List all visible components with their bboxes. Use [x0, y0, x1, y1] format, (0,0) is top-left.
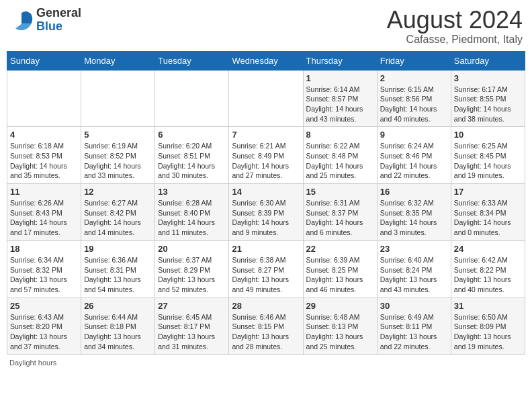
day-number: 23: [380, 244, 448, 254]
calendar-cell-3-6: 24Sunrise: 6:42 AM Sunset: 8:22 PM Dayli…: [451, 240, 525, 298]
calendar-cell-2-0: 11Sunrise: 6:26 AM Sunset: 8:43 PM Dayli…: [7, 184, 81, 241]
day-number: 26: [84, 301, 152, 311]
daylight-label: Daylight hours: [9, 359, 56, 367]
day-number: 16: [380, 187, 448, 197]
day-number: 1: [306, 73, 374, 83]
day-number: 21: [232, 244, 300, 254]
day-info: Sunrise: 6:26 AM Sunset: 8:43 PM Dayligh…: [10, 198, 78, 238]
week-row-4: 18Sunrise: 6:34 AM Sunset: 8:32 PM Dayli…: [7, 240, 525, 298]
calendar-cell-1-1: 5Sunrise: 6:19 AM Sunset: 8:52 PM Daylig…: [81, 127, 155, 184]
day-info: Sunrise: 6:48 AM Sunset: 8:13 PM Dayligh…: [306, 312, 374, 352]
calendar-cell-0-6: 3Sunrise: 6:17 AM Sunset: 8:55 PM Daylig…: [451, 70, 525, 127]
day-info: Sunrise: 6:27 AM Sunset: 8:42 PM Dayligh…: [84, 198, 152, 238]
day-info: Sunrise: 6:44 AM Sunset: 8:18 PM Dayligh…: [84, 312, 152, 352]
day-info: Sunrise: 6:19 AM Sunset: 8:52 PM Dayligh…: [84, 141, 152, 181]
week-row-5: 25Sunrise: 6:43 AM Sunset: 8:20 PM Dayli…: [7, 298, 525, 355]
calendar-cell-4-1: 26Sunrise: 6:44 AM Sunset: 8:18 PM Dayli…: [81, 298, 155, 355]
location-subtitle: Cafasse, Piedmont, Italy: [387, 34, 523, 46]
calendar-header-row: SundayMondayTuesdayWednesdayThursdayFrid…: [7, 51, 525, 70]
page-header: General Blue August 2024 Cafasse, Piedmo…: [7, 7, 525, 46]
calendar-cell-0-0: [7, 70, 81, 127]
calendar-cell-2-2: 13Sunrise: 6:28 AM Sunset: 8:40 PM Dayli…: [155, 184, 229, 241]
logo-blue-text: Blue: [36, 19, 62, 33]
calendar-cell-3-4: 22Sunrise: 6:39 AM Sunset: 8:25 PM Dayli…: [303, 240, 377, 298]
day-info: Sunrise: 6:28 AM Sunset: 8:40 PM Dayligh…: [158, 198, 226, 238]
month-year-title: August 2024: [387, 7, 523, 34]
calendar-cell-3-0: 18Sunrise: 6:34 AM Sunset: 8:32 PM Dayli…: [7, 240, 81, 298]
calendar-cell-0-2: [155, 70, 229, 127]
day-number: 13: [158, 187, 226, 197]
day-number: 22: [306, 244, 374, 254]
day-info: Sunrise: 6:43 AM Sunset: 8:20 PM Dayligh…: [10, 312, 78, 352]
day-info: Sunrise: 6:18 AM Sunset: 8:53 PM Dayligh…: [10, 141, 78, 181]
calendar-cell-0-3: [229, 70, 303, 127]
day-number: 17: [454, 187, 522, 197]
day-info: Sunrise: 6:21 AM Sunset: 8:49 PM Dayligh…: [232, 141, 300, 181]
calendar-cell-0-5: 2Sunrise: 6:15 AM Sunset: 8:56 PM Daylig…: [377, 70, 451, 127]
day-info: Sunrise: 6:42 AM Sunset: 8:22 PM Dayligh…: [454, 255, 522, 295]
calendar-cell-4-0: 25Sunrise: 6:43 AM Sunset: 8:20 PM Dayli…: [7, 298, 81, 355]
calendar-cell-3-3: 21Sunrise: 6:38 AM Sunset: 8:27 PM Dayli…: [229, 240, 303, 298]
day-number: 12: [84, 187, 152, 197]
day-info: Sunrise: 6:49 AM Sunset: 8:11 PM Dayligh…: [380, 312, 448, 352]
day-number: 11: [10, 187, 78, 197]
calendar-cell-1-0: 4Sunrise: 6:18 AM Sunset: 8:53 PM Daylig…: [7, 127, 81, 184]
day-info: Sunrise: 6:22 AM Sunset: 8:48 PM Dayligh…: [306, 141, 374, 181]
day-number: 5: [84, 130, 152, 140]
day-number: 2: [380, 73, 448, 83]
day-number: 14: [232, 187, 300, 197]
day-number: 9: [380, 130, 448, 140]
day-info: Sunrise: 6:40 AM Sunset: 8:24 PM Dayligh…: [380, 255, 448, 295]
day-number: 18: [10, 244, 78, 254]
day-number: 4: [10, 130, 78, 140]
day-info: Sunrise: 6:45 AM Sunset: 8:17 PM Dayligh…: [158, 312, 226, 352]
week-row-1: 1Sunrise: 6:14 AM Sunset: 8:57 PM Daylig…: [7, 70, 525, 127]
day-info: Sunrise: 6:30 AM Sunset: 8:39 PM Dayligh…: [232, 198, 300, 238]
day-number: 10: [454, 130, 522, 140]
day-info: Sunrise: 6:24 AM Sunset: 8:46 PM Dayligh…: [380, 141, 448, 181]
calendar-cell-3-2: 20Sunrise: 6:37 AM Sunset: 8:29 PM Dayli…: [155, 240, 229, 298]
calendar-cell-2-4: 15Sunrise: 6:31 AM Sunset: 8:37 PM Dayli…: [303, 184, 377, 241]
day-number: 20: [158, 244, 226, 254]
header-thursday: Thursday: [303, 51, 377, 70]
header-friday: Friday: [377, 51, 451, 70]
calendar-cell-2-6: 17Sunrise: 6:33 AM Sunset: 8:34 PM Dayli…: [451, 184, 525, 241]
day-number: 30: [380, 301, 448, 311]
calendar-cell-1-4: 8Sunrise: 6:22 AM Sunset: 8:48 PM Daylig…: [303, 127, 377, 184]
day-info: Sunrise: 6:31 AM Sunset: 8:37 PM Dayligh…: [306, 198, 374, 238]
day-number: 25: [10, 301, 78, 311]
week-row-2: 4Sunrise: 6:18 AM Sunset: 8:53 PM Daylig…: [7, 127, 525, 184]
logo: General Blue: [9, 7, 81, 34]
day-info: Sunrise: 6:32 AM Sunset: 8:35 PM Dayligh…: [380, 198, 448, 238]
week-row-3: 11Sunrise: 6:26 AM Sunset: 8:43 PM Dayli…: [7, 184, 525, 241]
calendar-cell-4-6: 31Sunrise: 6:50 AM Sunset: 8:09 PM Dayli…: [451, 298, 525, 355]
calendar-table: SundayMondayTuesdayWednesdayThursdayFrid…: [7, 51, 525, 355]
calendar-cell-3-5: 23Sunrise: 6:40 AM Sunset: 8:24 PM Dayli…: [377, 240, 451, 298]
header-sunday: Sunday: [7, 51, 81, 70]
logo-icon: [9, 8, 34, 32]
header-wednesday: Wednesday: [229, 51, 303, 70]
calendar-cell-4-5: 30Sunrise: 6:49 AM Sunset: 8:11 PM Dayli…: [377, 298, 451, 355]
day-number: 8: [306, 130, 374, 140]
day-info: Sunrise: 6:38 AM Sunset: 8:27 PM Dayligh…: [232, 255, 300, 295]
calendar-cell-4-4: 29Sunrise: 6:48 AM Sunset: 8:13 PM Dayli…: [303, 298, 377, 355]
day-info: Sunrise: 6:17 AM Sunset: 8:55 PM Dayligh…: [454, 85, 522, 124]
day-info: Sunrise: 6:15 AM Sunset: 8:56 PM Dayligh…: [380, 85, 448, 124]
calendar-cell-2-3: 14Sunrise: 6:30 AM Sunset: 8:39 PM Dayli…: [229, 184, 303, 241]
day-info: Sunrise: 6:50 AM Sunset: 8:09 PM Dayligh…: [454, 312, 522, 352]
day-info: Sunrise: 6:33 AM Sunset: 8:34 PM Dayligh…: [454, 198, 522, 238]
day-number: 15: [306, 187, 374, 197]
calendar-cell-4-3: 28Sunrise: 6:46 AM Sunset: 8:15 PM Dayli…: [229, 298, 303, 355]
day-number: 19: [84, 244, 152, 254]
calendar-cell-0-4: 1Sunrise: 6:14 AM Sunset: 8:57 PM Daylig…: [303, 70, 377, 127]
day-number: 3: [454, 73, 522, 83]
calendar-cell-4-2: 27Sunrise: 6:45 AM Sunset: 8:17 PM Dayli…: [155, 298, 229, 355]
day-info: Sunrise: 6:39 AM Sunset: 8:25 PM Dayligh…: [306, 255, 374, 295]
day-number: 7: [232, 130, 300, 140]
day-info: Sunrise: 6:25 AM Sunset: 8:45 PM Dayligh…: [454, 141, 522, 181]
day-number: 24: [454, 244, 522, 254]
calendar-cell-2-1: 12Sunrise: 6:27 AM Sunset: 8:42 PM Dayli…: [81, 184, 155, 241]
day-info: Sunrise: 6:46 AM Sunset: 8:15 PM Dayligh…: [232, 312, 300, 352]
day-number: 28: [232, 301, 300, 311]
calendar-cell-0-1: [81, 70, 155, 127]
